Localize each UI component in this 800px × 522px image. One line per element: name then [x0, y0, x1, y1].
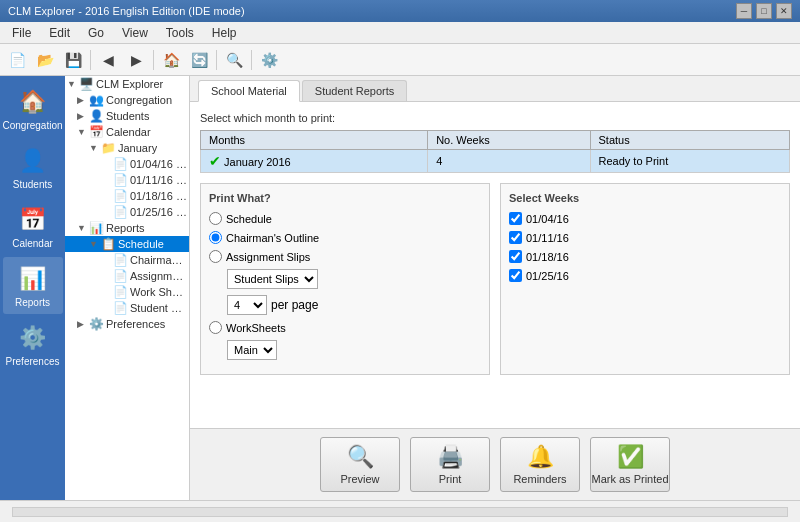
- menu-help[interactable]: Help: [204, 24, 245, 42]
- reminders-button[interactable]: 🔔 Reminders: [500, 437, 580, 492]
- print-what-panel: Print What? Schedule Chairman's Outline …: [200, 183, 490, 375]
- tree-item-reports[interactable]: ▼ 📊 Reports: [65, 220, 189, 236]
- tree-item-january[interactable]: ▼ 📁 January: [65, 140, 189, 156]
- expand-icon: ▶: [77, 111, 89, 121]
- calendar-icon: 📅: [17, 204, 49, 236]
- preferences-icon: ⚙️: [17, 322, 49, 354]
- tree-item-preferences[interactable]: ▶ ⚙️ Preferences: [65, 316, 189, 332]
- tree-panel[interactable]: ▼ 🖥️ CLM Explorer ▶ 👥 Congregation ▶ 👤 S…: [65, 76, 190, 500]
- check-week-0125[interactable]: 01/25/16: [509, 269, 781, 282]
- tree-item-students[interactable]: ▶ 👤 Students: [65, 108, 189, 124]
- radio-chairmans[interactable]: Chairman's Outline: [209, 231, 481, 244]
- back-button[interactable]: ◀: [95, 47, 121, 73]
- tab-student-reports[interactable]: Student Reports: [302, 80, 408, 101]
- tree-item-0125[interactable]: 📄 01/25/16 - S: [65, 204, 189, 220]
- menu-tools[interactable]: Tools: [158, 24, 202, 42]
- menu-view[interactable]: View: [114, 24, 156, 42]
- label-0125: 01/25/16: [526, 270, 569, 282]
- radio-chairmans-input[interactable]: [209, 231, 222, 244]
- per-page-dropdown[interactable]: 4: [227, 295, 267, 315]
- radio-schedule-input[interactable]: [209, 212, 222, 225]
- label-0104: 01/04/16: [526, 213, 569, 225]
- menu-file[interactable]: File: [4, 24, 39, 42]
- sidebar-item-preferences[interactable]: ⚙️ Preferences: [3, 316, 63, 373]
- sidebar-item-calendar[interactable]: 📅 Calendar: [3, 198, 63, 255]
- content-area: School Material Student Reports Select w…: [190, 76, 800, 500]
- cell-weeks: 4: [428, 150, 590, 173]
- week-icon: 📄: [113, 189, 128, 203]
- tree-label-calendar: Calendar: [106, 126, 151, 138]
- refresh-button[interactable]: 🔄: [186, 47, 212, 73]
- print-what-title: Print What?: [209, 192, 481, 204]
- table-row[interactable]: ✔ January 2016 4 Ready to Print: [201, 150, 790, 173]
- label-0111: 01/11/16: [526, 232, 569, 244]
- home-button[interactable]: 🏠: [158, 47, 184, 73]
- checkbox-0125[interactable]: [509, 269, 522, 282]
- reports-icon: 📊: [17, 263, 49, 295]
- label-0118: 01/18/16: [526, 251, 569, 263]
- radio-chairmans-label: Chairman's Outline: [226, 232, 319, 244]
- radio-worksheets-label: WorkSheets: [226, 322, 286, 334]
- radio-schedule[interactable]: Schedule: [209, 212, 481, 225]
- search-button[interactable]: 🔍: [221, 47, 247, 73]
- save-button[interactable]: 💾: [60, 47, 86, 73]
- mark-printed-button[interactable]: ✅ Mark as Printed: [590, 437, 670, 492]
- tree-item-clm-explorer[interactable]: ▼ 🖥️ CLM Explorer: [65, 76, 189, 92]
- minimize-button[interactable]: ─: [736, 3, 752, 19]
- worksheets-dropdown[interactable]: Main: [227, 340, 277, 360]
- reminders-label: Reminders: [513, 473, 566, 485]
- two-col-layout: Print What? Schedule Chairman's Outline …: [200, 183, 790, 375]
- checkbox-0111[interactable]: [509, 231, 522, 244]
- radio-slips[interactable]: Assignment Slips: [209, 250, 481, 263]
- tree-item-schedule[interactable]: ▼ 📋 Schedule: [65, 236, 189, 252]
- sidebar-item-congregation[interactable]: 🏠 Congregation: [3, 80, 63, 137]
- expand-icon: ▼: [77, 223, 89, 233]
- tab-school-material[interactable]: School Material: [198, 80, 300, 102]
- preview-button[interactable]: 🔍 Preview: [320, 437, 400, 492]
- menu-edit[interactable]: Edit: [41, 24, 78, 42]
- col-status: Status: [590, 131, 789, 150]
- menu-go[interactable]: Go: [80, 24, 112, 42]
- students-tree-icon: 👤: [89, 109, 104, 123]
- sidebar-label-preferences: Preferences: [6, 356, 60, 367]
- tree-label-chairmans: Chairman's Ou: [130, 254, 187, 266]
- clm-explorer-icon: 🖥️: [79, 77, 94, 91]
- col-weeks: No. Weeks: [428, 131, 590, 150]
- worksheets-tree-icon: 📄: [113, 285, 128, 299]
- check-week-0104[interactable]: 01/04/16: [509, 212, 781, 225]
- check-week-0111[interactable]: 01/11/16: [509, 231, 781, 244]
- checkbox-0118[interactable]: [509, 250, 522, 263]
- tree-item-congregation[interactable]: ▶ 👥 Congregation: [65, 92, 189, 108]
- check-week-0118[interactable]: 01/18/16: [509, 250, 781, 263]
- tree-label-clm-explorer: CLM Explorer: [96, 78, 163, 90]
- tree-item-calendar[interactable]: ▼ 📅 Calendar: [65, 124, 189, 140]
- tree-item-chairmans[interactable]: 📄 Chairman's Ou: [65, 252, 189, 268]
- print-button[interactable]: 🖨️ Print: [410, 437, 490, 492]
- checkbox-0104[interactable]: [509, 212, 522, 225]
- open-button[interactable]: 📂: [32, 47, 58, 73]
- preferences-tree-icon: ⚙️: [89, 317, 104, 331]
- sidebar-item-reports[interactable]: 📊 Reports: [3, 257, 63, 314]
- cell-status: Ready to Print: [590, 150, 789, 173]
- radio-slips-input[interactable]: [209, 250, 222, 263]
- slips-dropdown[interactable]: Student Slips: [227, 269, 318, 289]
- col-months: Months: [201, 131, 428, 150]
- week-icon: 📄: [113, 173, 128, 187]
- close-button[interactable]: ✕: [776, 3, 792, 19]
- tree-item-0104[interactable]: 📄 01/04/16 - S: [65, 156, 189, 172]
- settings-button[interactable]: ⚙️: [256, 47, 282, 73]
- radio-worksheets[interactable]: WorkSheets: [209, 321, 481, 334]
- sidebar-item-students[interactable]: 👤 Students: [3, 139, 63, 196]
- tree-item-0111[interactable]: 📄 01/11/16 - S: [65, 172, 189, 188]
- tree-label-reports: Reports: [106, 222, 145, 234]
- new-button[interactable]: 📄: [4, 47, 30, 73]
- forward-button[interactable]: ▶: [123, 47, 149, 73]
- menu-bar: File Edit Go View Tools Help: [0, 22, 800, 44]
- tree-item-worksheets[interactable]: 📄 Work Sheets: [65, 284, 189, 300]
- radio-worksheets-input[interactable]: [209, 321, 222, 334]
- scrollbar[interactable]: [12, 507, 788, 517]
- tree-item-assignment5[interactable]: 📄 Assignment S: [65, 268, 189, 284]
- maximize-button[interactable]: □: [756, 3, 772, 19]
- tree-item-studentrepo[interactable]: 📄 Student Repo: [65, 300, 189, 316]
- tree-item-0118[interactable]: 📄 01/18/16 - S: [65, 188, 189, 204]
